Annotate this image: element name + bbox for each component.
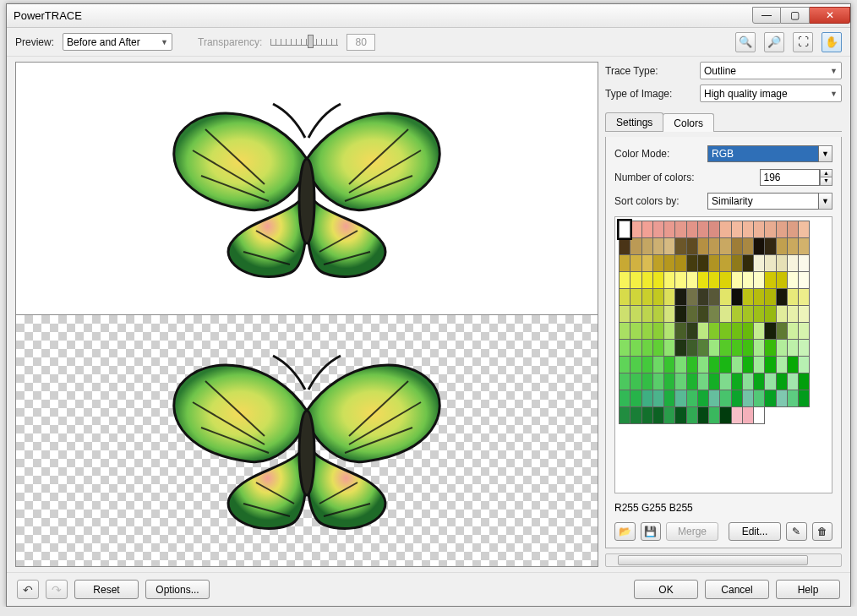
color-swatch[interactable] — [798, 373, 810, 390]
color-swatch[interactable] — [652, 288, 664, 306]
color-swatch[interactable] — [708, 356, 720, 373]
color-swatch[interactable] — [798, 271, 810, 289]
edit-button[interactable]: Edit... — [729, 522, 781, 541]
color-swatch[interactable] — [731, 237, 743, 255]
color-swatch[interactable] — [686, 390, 698, 407]
color-swatch[interactable] — [742, 305, 754, 323]
color-swatch[interactable] — [719, 221, 731, 238]
color-swatch[interactable] — [697, 271, 709, 289]
color-swatch[interactable] — [753, 305, 765, 323]
delete-color-icon[interactable]: 🗑 — [812, 522, 833, 541]
color-swatch[interactable] — [686, 271, 698, 289]
color-swatch[interactable] — [731, 288, 743, 306]
color-swatch[interactable] — [742, 390, 754, 407]
color-swatch[interactable] — [731, 406, 743, 424]
color-swatch[interactable] — [697, 406, 709, 424]
color-swatch[interactable] — [652, 390, 664, 407]
color-swatch[interactable] — [787, 271, 799, 289]
color-swatch[interactable] — [719, 237, 731, 255]
color-swatch[interactable] — [697, 373, 709, 390]
color-swatch[interactable] — [619, 288, 630, 306]
color-swatch[interactable] — [787, 322, 799, 340]
color-swatch[interactable] — [731, 356, 743, 373]
color-swatch[interactable] — [630, 237, 641, 255]
color-swatch[interactable] — [630, 390, 641, 407]
fit-icon[interactable]: ⛶ — [793, 32, 813, 52]
color-swatch[interactable] — [697, 305, 709, 323]
color-swatch[interactable] — [708, 271, 720, 289]
color-swatch[interactable] — [708, 237, 720, 255]
color-swatch[interactable] — [798, 339, 810, 357]
color-swatch[interactable] — [663, 288, 675, 306]
color-swatch[interactable] — [798, 305, 810, 323]
color-swatch[interactable] — [742, 356, 754, 373]
color-swatch[interactable] — [652, 356, 664, 373]
color-swatch[interactable] — [674, 322, 686, 340]
pan-icon[interactable]: ✋ — [822, 32, 842, 52]
color-swatch[interactable] — [731, 254, 743, 272]
color-swatch[interactable] — [686, 254, 698, 272]
color-swatch[interactable] — [674, 271, 686, 289]
color-swatch[interactable] — [742, 237, 754, 255]
tab-colors[interactable]: Colors — [663, 113, 714, 132]
color-swatch[interactable] — [697, 339, 709, 357]
color-swatch[interactable] — [630, 271, 641, 289]
color-swatch[interactable] — [719, 288, 731, 306]
color-swatch[interactable] — [697, 237, 709, 255]
color-swatch[interactable] — [652, 339, 664, 357]
color-swatch[interactable] — [663, 390, 675, 407]
color-swatch[interactable] — [753, 322, 765, 340]
color-swatch[interactable] — [674, 288, 686, 306]
color-swatch[interactable] — [764, 339, 776, 357]
color-swatch[interactable] — [787, 288, 799, 306]
color-swatch[interactable] — [742, 254, 754, 272]
color-swatch[interactable] — [798, 237, 810, 255]
color-swatch[interactable] — [652, 254, 664, 272]
color-swatch[interactable] — [663, 221, 675, 238]
color-swatch[interactable] — [641, 322, 653, 340]
color-swatch[interactable] — [708, 322, 720, 340]
color-swatch[interactable] — [697, 221, 709, 238]
color-swatch[interactable] — [663, 406, 675, 424]
color-swatch[interactable] — [641, 288, 653, 306]
color-swatch[interactable] — [764, 254, 776, 272]
color-swatch[interactable] — [686, 356, 698, 373]
color-swatch[interactable] — [708, 288, 720, 306]
cancel-button[interactable]: Cancel — [705, 580, 769, 599]
after-pane[interactable] — [16, 314, 598, 567]
color-swatch[interactable] — [663, 305, 675, 323]
color-swatch[interactable] — [764, 221, 776, 238]
color-swatch[interactable] — [708, 390, 720, 407]
close-button[interactable]: ✕ — [810, 7, 850, 24]
color-swatch[interactable] — [619, 390, 630, 407]
color-swatch[interactable] — [641, 305, 653, 323]
open-palette-icon[interactable]: 📂 — [614, 522, 636, 541]
panel-scrollbar[interactable] — [605, 553, 842, 567]
color-swatch[interactable] — [787, 339, 799, 357]
color-swatch[interactable] — [787, 254, 799, 272]
color-swatch[interactable] — [619, 254, 630, 272]
color-swatch[interactable] — [641, 221, 653, 238]
color-swatch[interactable] — [619, 271, 630, 289]
color-swatch[interactable] — [776, 356, 788, 373]
color-swatch[interactable] — [742, 288, 754, 306]
color-swatch[interactable] — [742, 406, 754, 424]
color-swatch[interactable] — [719, 271, 731, 289]
color-swatch[interactable] — [731, 221, 743, 238]
color-swatch[interactable] — [619, 339, 630, 357]
color-swatch[interactable] — [697, 254, 709, 272]
color-mode-arrow[interactable]: ▼ — [819, 145, 832, 162]
color-swatch[interactable] — [663, 322, 675, 340]
minimize-button[interactable]: — — [752, 7, 781, 24]
color-swatch[interactable] — [663, 271, 675, 289]
color-swatch[interactable] — [742, 322, 754, 340]
color-swatch[interactable] — [630, 254, 641, 272]
color-swatch[interactable] — [663, 373, 675, 390]
color-swatch[interactable] — [630, 373, 641, 390]
color-swatch[interactable] — [798, 356, 810, 373]
color-swatch[interactable] — [686, 305, 698, 323]
color-swatch[interactable] — [764, 271, 776, 289]
trace-type-combo[interactable]: Outline▼ — [700, 62, 842, 79]
color-swatch[interactable] — [753, 373, 765, 390]
color-swatch[interactable] — [776, 390, 788, 407]
